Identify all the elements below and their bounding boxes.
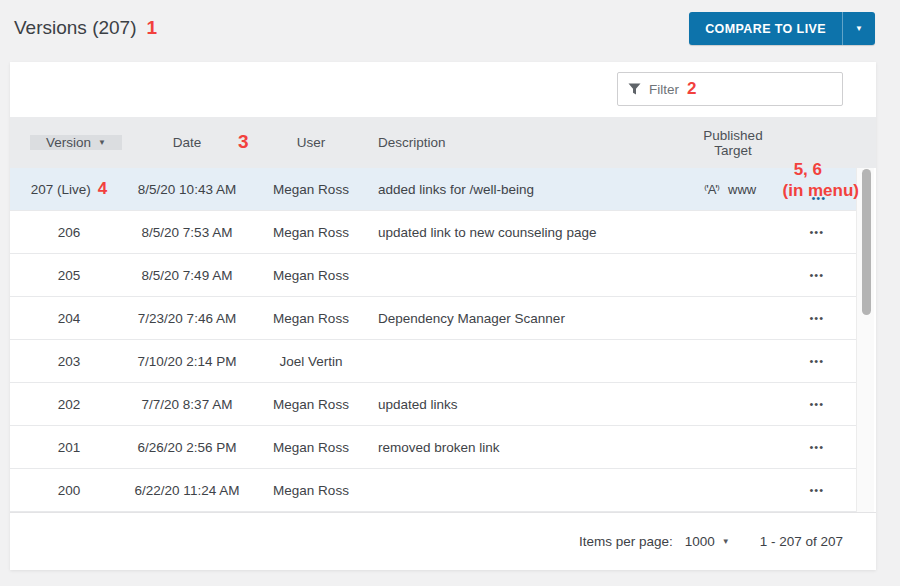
row-menu-button[interactable]: •••: [807, 309, 826, 328]
cell-user: Megan Ross: [246, 440, 376, 455]
table-toolbar: Filter 2: [10, 62, 876, 117]
cell-date: 6/22/20 11:24 AM: [128, 483, 246, 498]
cell-version: 202: [10, 397, 128, 412]
cell-version: 206: [10, 225, 128, 240]
compare-dropdown-toggle[interactable]: ▼: [842, 12, 875, 45]
cell-user: Megan Ross: [246, 397, 376, 412]
annotation-4: 4: [98, 179, 107, 198]
scrollbar-thumb[interactable]: [862, 169, 871, 315]
cell-date: 7/10/20 2:14 PM: [128, 354, 246, 369]
cell-user: Megan Ross: [246, 225, 376, 240]
table-row[interactable]: 201 6/26/20 2:56 PM Megan Ross removed b…: [10, 426, 856, 469]
cell-user: Megan Ross: [246, 268, 376, 283]
table-row[interactable]: 202 7/7/20 8:37 AM Megan Ross updated li…: [10, 383, 856, 426]
compare-to-live-label: COMPARE TO LIVE: [689, 12, 842, 45]
publish-target-label: www: [728, 182, 756, 197]
cell-date: 8/5/20 7:53 AM: [128, 225, 246, 240]
table-header-row: Version ▼ Date User Description Publishe…: [10, 117, 876, 168]
column-header-date[interactable]: Date: [128, 135, 246, 150]
row-menu-button[interactable]: •••: [807, 395, 826, 414]
table-row[interactable]: 205 8/5/20 7:49 AM Megan Ross •••: [10, 254, 856, 297]
cell-description: added links for /well-being: [376, 182, 686, 197]
column-header-version[interactable]: Version ▼: [10, 135, 128, 150]
vertical-scrollbar[interactable]: [856, 168, 874, 512]
table-row[interactable]: 200 6/22/20 11:24 AM Megan Ross •••: [10, 469, 856, 512]
cell-version: 201: [10, 440, 128, 455]
table-row[interactable]: 203 7/10/20 2:14 PM Joel Vertin •••: [10, 340, 856, 383]
table-row[interactable]: 206 8/5/20 7:53 AM Megan Ross updated li…: [10, 211, 856, 254]
cell-version: 204: [10, 311, 128, 326]
row-menu-button[interactable]: •••: [807, 223, 826, 242]
filter-input[interactable]: Filter 2: [617, 72, 843, 106]
cell-date: 8/5/20 7:49 AM: [128, 268, 246, 283]
cell-date: 7/23/20 7:46 AM: [128, 311, 246, 326]
table-row[interactable]: 204 7/23/20 7:46 AM Megan Ross Dependenc…: [10, 297, 856, 340]
items-per-page-select[interactable]: 1000 ▼: [685, 534, 730, 549]
top-bar: Versions (207) 1 COMPARE TO LIVE ▼: [0, 0, 900, 62]
version-value: 207 (Live): [31, 182, 91, 197]
filter-icon: [628, 83, 641, 95]
cell-user: Megan Ross: [246, 483, 376, 498]
versions-panel: Filter 2 Version ▼ Date User Description…: [10, 62, 876, 570]
cell-description: updated links: [376, 397, 686, 412]
cell-version: 200: [10, 483, 128, 498]
cell-description: updated link to new counseling page: [376, 225, 686, 240]
row-menu-button[interactable]: •••: [807, 266, 826, 285]
filter-placeholder: Filter: [649, 82, 679, 97]
column-header-version-label: Version: [46, 135, 91, 150]
publish-destination-icon: ⁽'A'⁾: [704, 182, 719, 197]
row-menu-button[interactable]: •••: [807, 438, 826, 457]
cell-user: Megan Ross: [246, 311, 376, 326]
chevron-down-icon: ▼: [722, 537, 730, 546]
pagination-range: 1 - 207 of 207: [760, 534, 843, 549]
cell-date: 7/7/20 8:37 AM: [128, 397, 246, 412]
annotation-1: 1: [147, 17, 158, 39]
cell-user: Megan Ross: [246, 182, 376, 197]
cell-version: 207 (Live)4: [10, 179, 128, 199]
items-per-page-label: Items per page:: [579, 534, 673, 549]
cell-user: Joel Vertin: [246, 354, 376, 369]
table-footer: Items per page: 1000 ▼ 1 - 207 of 207: [10, 512, 876, 570]
table-body: 207 (Live)4 8/5/20 10:43 AM Megan Ross a…: [10, 168, 856, 512]
page-title-text: Versions (207): [14, 17, 137, 39]
annotation-2: 2: [687, 79, 696, 99]
row-menu-button[interactable]: •••: [807, 481, 826, 500]
cell-date: 8/5/20 10:43 AM: [128, 182, 246, 197]
items-per-page-value: 1000: [685, 534, 715, 549]
annotation-3: 3: [238, 131, 249, 153]
annotation-5-6: 5, 6: [794, 160, 822, 180]
cell-description: Dependency Manager Scanner: [376, 311, 686, 326]
column-header-published-target[interactable]: Published Target: [686, 128, 856, 158]
column-header-description[interactable]: Description: [376, 135, 686, 150]
cell-description: removed broken link: [376, 440, 686, 455]
cell-version: 205: [10, 268, 128, 283]
chevron-down-icon: ▼: [855, 24, 863, 33]
cell-date: 6/26/20 2:56 PM: [128, 440, 246, 455]
cell-version: 203: [10, 354, 128, 369]
sort-desc-icon: ▼: [98, 138, 106, 147]
annotation-in-menu: (in menu): [783, 181, 860, 201]
compare-to-live-button[interactable]: COMPARE TO LIVE ▼: [689, 12, 875, 45]
column-header-user[interactable]: User: [246, 135, 376, 150]
table-row-live[interactable]: 207 (Live)4 8/5/20 10:43 AM Megan Ross a…: [10, 168, 856, 211]
row-menu-button[interactable]: •••: [807, 352, 826, 371]
page-title: Versions (207) 1: [14, 17, 157, 39]
